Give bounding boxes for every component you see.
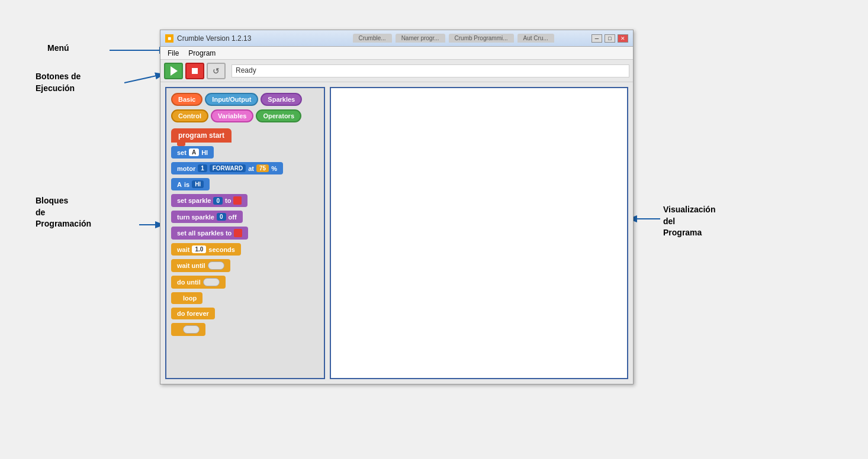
- block-wait-until[interactable]: wait until: [171, 259, 319, 272]
- block-do-until[interactable]: do until: [171, 276, 319, 289]
- title-text: Crumble Version 1.2.13: [177, 34, 315, 43]
- set-all-sparkles-label: set all sparkles to: [177, 230, 232, 237]
- window-controls: ─ □ ✕: [591, 34, 628, 43]
- set-a-hi-block[interactable]: set A HI: [171, 146, 214, 159]
- loop-label: loop: [183, 295, 197, 302]
- stop-button[interactable]: [185, 63, 204, 79]
- wait-label: wait: [177, 246, 189, 253]
- motor-label: motor: [177, 165, 195, 172]
- program-menu[interactable]: Program: [184, 48, 220, 59]
- do-forever-label: do forever: [177, 310, 209, 317]
- tab-2[interactable]: Namer progr...: [396, 34, 445, 43]
- content-area: Basic Input/Output Sparkles Control Vari…: [160, 82, 633, 384]
- program-viz-panel: [330, 87, 628, 379]
- a-is-hi-block[interactable]: A is HI: [171, 178, 210, 190]
- cat-control-button[interactable]: Control: [171, 109, 208, 122]
- block-loop[interactable]: loop: [171, 292, 319, 304]
- maximize-button[interactable]: □: [605, 34, 615, 43]
- close-button[interactable]: ✕: [618, 34, 628, 43]
- forward-badge: FORWARD: [210, 164, 246, 172]
- do-until-label: do until: [177, 279, 201, 286]
- cat-variables-button[interactable]: Variables: [211, 109, 253, 122]
- tab-1[interactable]: Crumble...: [353, 34, 392, 43]
- color-swatch-red[interactable]: [233, 196, 242, 205]
- crumble-window: ■ Crumble Version 1.2.13 Crumble... Name…: [160, 30, 634, 384]
- viz-annotation: VisualizacióndelPrograma: [663, 204, 715, 239]
- block-set-a-hi[interactable]: set A HI: [171, 146, 319, 159]
- speed-badge: 75: [256, 164, 269, 172]
- sparkle-0-off-badge: 0: [217, 213, 226, 221]
- wait-duration-badge: 1.0: [192, 245, 206, 253]
- small-toggle-block[interactable]: [171, 323, 205, 336]
- block-set-sparkle[interactable]: set sparkle 0 to: [171, 194, 319, 207]
- play-button[interactable]: [164, 63, 183, 79]
- blocks-panel: Basic Input/Output Sparkles Control Vari…: [165, 87, 325, 379]
- motor-block[interactable]: motor 1 FORWARD at 75 %: [171, 162, 283, 174]
- wait-until-block[interactable]: wait until: [171, 259, 230, 272]
- file-menu[interactable]: File: [163, 48, 184, 59]
- a-badge: A: [189, 148, 199, 156]
- blocks-annotation: BloquesdeProgramación: [36, 195, 91, 230]
- status-bar: Ready: [232, 64, 629, 77]
- set-sparkle-label: set sparkle: [177, 197, 211, 204]
- reset-button[interactable]: ↺: [207, 63, 226, 79]
- cat-basic-button[interactable]: Basic: [171, 93, 202, 106]
- do-until-toggle[interactable]: [203, 278, 220, 286]
- seconds-label: seconds: [208, 246, 235, 253]
- is-label: is: [184, 181, 189, 188]
- title-bar: ■ Crumble Version 1.2.13 Crumble... Name…: [160, 30, 633, 47]
- cat-sparkles-button[interactable]: Sparkles: [261, 93, 302, 106]
- toolbar: ↺ Ready: [160, 60, 633, 82]
- to-label: to: [225, 197, 231, 204]
- a-label: A: [177, 181, 182, 188]
- block-set-all-sparkles[interactable]: set all sparkles to: [171, 227, 319, 240]
- program-start-block[interactable]: program start: [171, 128, 232, 143]
- block-program-start[interactable]: program start: [171, 128, 319, 143]
- tab-3[interactable]: Crumb Programmi...: [449, 34, 514, 43]
- block-a-is-hi[interactable]: A is HI: [171, 178, 319, 190]
- cat-operators-button[interactable]: Operators: [256, 109, 301, 122]
- svg-line-2: [124, 74, 165, 83]
- menu-bar: File Program: [160, 47, 633, 60]
- percent-label: %: [271, 165, 277, 172]
- do-forever-block[interactable]: do forever: [171, 308, 215, 319]
- wait-until-toggle[interactable]: [208, 261, 224, 270]
- block-wait-seconds[interactable]: wait 1.0 seconds: [171, 243, 319, 256]
- motor-num-badge: 1: [198, 164, 207, 172]
- block-small-toggle[interactable]: [171, 323, 319, 336]
- turn-sparkle-label: turn sparkle: [177, 214, 214, 221]
- at-label: at: [248, 165, 254, 172]
- set-all-sparkles-block[interactable]: set all sparkles to: [171, 227, 248, 240]
- title-tabs: Crumble... Namer progr... Crumb Programm…: [315, 34, 591, 43]
- do-until-block[interactable]: do until: [171, 276, 226, 289]
- small-toggle[interactable]: [183, 325, 200, 334]
- sparkle-0-badge: 0: [213, 197, 223, 205]
- set-label: set: [177, 149, 187, 156]
- category-row-2: Control Variables Operators: [171, 109, 319, 122]
- hi-label: HI: [201, 149, 208, 156]
- menu-annotation: Menú: [47, 43, 69, 53]
- turn-sparkle-off-block[interactable]: turn sparkle 0 off: [171, 211, 243, 223]
- wait-until-label: wait until: [177, 262, 205, 269]
- run-buttons-annotation: Botones deEjecución: [36, 71, 81, 94]
- color-swatch-all[interactable]: [234, 229, 242, 237]
- tab-4[interactable]: Aut Cru...: [517, 34, 554, 43]
- off-label: off: [229, 214, 237, 221]
- hi-badge: HI: [192, 180, 204, 188]
- block-do-forever[interactable]: do forever: [171, 308, 319, 319]
- category-row-1: Basic Input/Output Sparkles: [171, 93, 319, 106]
- wait-seconds-block[interactable]: wait 1.0 seconds: [171, 243, 241, 256]
- blocks-list: program start set A HI motor 1: [171, 128, 319, 336]
- app-icon: ■: [165, 34, 173, 43]
- cat-io-button[interactable]: Input/Output: [205, 93, 258, 106]
- block-turn-sparkle-off[interactable]: turn sparkle 0 off: [171, 211, 319, 223]
- set-sparkle-block[interactable]: set sparkle 0 to: [171, 194, 247, 207]
- block-motor[interactable]: motor 1 FORWARD at 75 %: [171, 162, 319, 174]
- minimize-button[interactable]: ─: [591, 34, 602, 43]
- loop-block[interactable]: loop: [171, 292, 202, 304]
